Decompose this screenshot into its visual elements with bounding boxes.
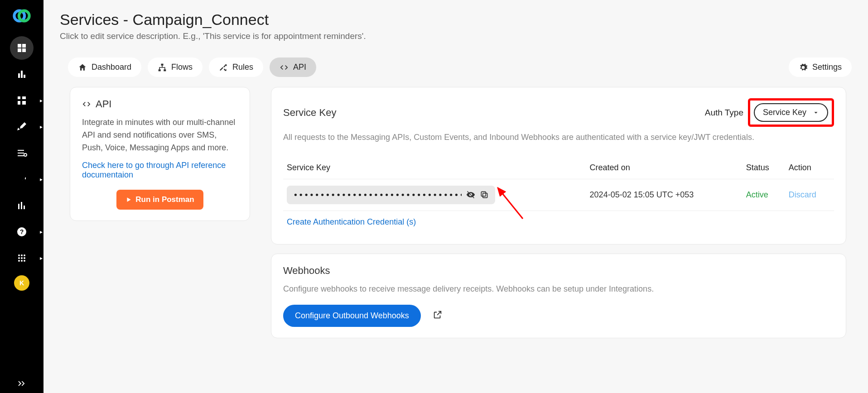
nav-analytics-icon[interactable] — [10, 62, 34, 86]
svg-rect-10 — [22, 96, 26, 99]
tab-api-label: API — [293, 62, 306, 72]
nav-help-icon[interactable]: ? ▸ — [10, 220, 34, 244]
nav-dashboard-icon[interactable] — [10, 36, 34, 60]
svg-rect-3 — [22, 44, 26, 48]
service-key-table: Service Key Created on Status Action ••• — [283, 158, 834, 211]
api-card-title-text: API — [96, 98, 111, 110]
api-doc-link[interactable]: Check here to go through API reference d… — [82, 161, 238, 180]
svg-rect-9 — [18, 96, 20, 99]
user-avatar[interactable]: K — [14, 275, 29, 291]
tab-api[interactable]: API — [270, 58, 316, 77]
tab-rules-label: Rules — [232, 62, 253, 72]
auth-type-label: Auth Type — [705, 108, 743, 118]
svg-rect-35 — [483, 193, 487, 198]
service-key-desc: All requests to the Messaging APIs, Cust… — [283, 131, 834, 144]
code-icon — [82, 100, 91, 109]
api-card-title: API — [82, 98, 238, 110]
discard-action[interactable]: Discard — [789, 190, 816, 199]
tab-flows[interactable]: Flows — [148, 58, 203, 77]
svg-point-29 — [21, 260, 23, 262]
tab-settings[interactable]: Settings — [789, 58, 852, 77]
status-value: Active — [743, 179, 785, 211]
sidebar-collapse-icon[interactable] — [0, 379, 43, 388]
reveal-key-icon[interactable] — [466, 190, 475, 199]
page-title[interactable]: Services - Campaign_Connect — [60, 11, 852, 29]
svg-rect-8 — [24, 75, 25, 78]
nav-trend-icon[interactable]: ▸ — [10, 168, 34, 191]
highlight-annotation: Service Key — [748, 98, 834, 127]
external-link-icon[interactable] — [433, 310, 443, 321]
svg-point-22 — [18, 254, 20, 256]
svg-point-28 — [18, 260, 20, 262]
auth-type-select[interactable]: Service Key — [754, 103, 828, 122]
nav-apps-icon[interactable]: ▸ — [10, 89, 34, 112]
service-key-title: Service Key — [283, 107, 336, 119]
svg-rect-5 — [22, 48, 26, 52]
svg-rect-19 — [24, 206, 25, 209]
svg-rect-18 — [21, 202, 22, 209]
svg-rect-13 — [18, 150, 24, 151]
api-card: API Integrate in minutes with our multi-… — [70, 87, 250, 221]
svg-text:?: ? — [20, 228, 24, 235]
tab-flows-label: Flows — [171, 62, 193, 72]
nav-list-icon[interactable] — [10, 141, 34, 165]
svg-rect-32 — [159, 69, 161, 71]
tab-rules[interactable]: Rules — [209, 58, 263, 77]
page-subtitle[interactable]: Click to edit service description. E.g.,… — [60, 31, 852, 41]
svg-point-26 — [21, 257, 23, 259]
svg-rect-17 — [18, 204, 19, 209]
tab-dashboard[interactable]: Dashboard — [68, 58, 141, 77]
svg-rect-14 — [18, 153, 24, 153]
create-credential-link[interactable]: Create Authentication Credential (s) — [283, 211, 420, 233]
created-on-value: 2024-05-02 15:05 UTC +053 — [586, 179, 743, 211]
webhooks-card: Webhooks Configure webhooks to receive m… — [271, 254, 846, 338]
main-content: Services - Campaign_Connect Click to edi… — [43, 0, 868, 393]
webhooks-desc: Configure webhooks to receive message de… — [283, 283, 834, 296]
nav-equalizer-icon[interactable] — [10, 194, 34, 217]
api-card-desc: Integrate in minutes with our multi-chan… — [82, 116, 238, 154]
service-key-card: Service Key Auth Type Service Key All — [271, 87, 846, 244]
svg-rect-36 — [481, 192, 486, 196]
play-icon — [125, 196, 132, 203]
svg-rect-33 — [164, 69, 166, 71]
th-action: Action — [785, 158, 834, 179]
masked-key: •••••••••••••••••••••••••••••••••• — [293, 190, 462, 200]
tab-row: Dashboard Flows Rules API Settings — [68, 58, 852, 77]
th-created-on: Created on — [586, 158, 743, 179]
svg-rect-12 — [22, 101, 26, 105]
svg-rect-6 — [18, 73, 20, 78]
copy-key-icon[interactable] — [480, 190, 489, 199]
th-status: Status — [743, 158, 785, 179]
svg-point-24 — [24, 254, 25, 256]
tab-settings-label: Settings — [812, 62, 842, 72]
code-icon — [280, 63, 289, 72]
svg-point-16 — [24, 153, 27, 156]
nav-tools-icon[interactable]: ▸ — [10, 115, 34, 139]
gear-icon — [799, 63, 808, 72]
tab-dashboard-label: Dashboard — [92, 62, 131, 72]
svg-rect-7 — [21, 71, 23, 78]
svg-rect-11 — [18, 101, 20, 105]
nav-dialpad-icon[interactable]: ▸ — [10, 246, 34, 270]
svg-rect-15 — [18, 155, 24, 156]
svg-rect-31 — [161, 63, 164, 65]
svg-rect-2 — [18, 44, 21, 48]
service-key-cell: •••••••••••••••••••••••••••••••••• — [287, 186, 495, 204]
run-in-postman-button[interactable]: Run in Postman — [116, 190, 203, 210]
webhooks-title: Webhooks — [283, 265, 834, 277]
webex-logo — [12, 6, 31, 27]
service-key-row: •••••••••••••••••••••••••••••••••• — [283, 179, 834, 211]
run-in-postman-label: Run in Postman — [135, 195, 194, 204]
auth-type-value: Service Key — [763, 108, 806, 117]
sidebar: ▸ ▸ ▸ ? ▸ ▸ K — [0, 0, 43, 393]
svg-point-27 — [24, 257, 25, 259]
svg-point-23 — [21, 254, 23, 256]
chevron-down-icon — [813, 110, 819, 116]
svg-rect-4 — [18, 48, 21, 52]
svg-point-30 — [24, 260, 25, 262]
home-icon — [78, 63, 87, 72]
configure-webhooks-button[interactable]: Configure Outbound Webhooks — [283, 305, 421, 327]
sitemap-icon — [158, 63, 167, 72]
svg-point-25 — [18, 257, 20, 259]
th-service-key: Service Key — [283, 158, 586, 179]
